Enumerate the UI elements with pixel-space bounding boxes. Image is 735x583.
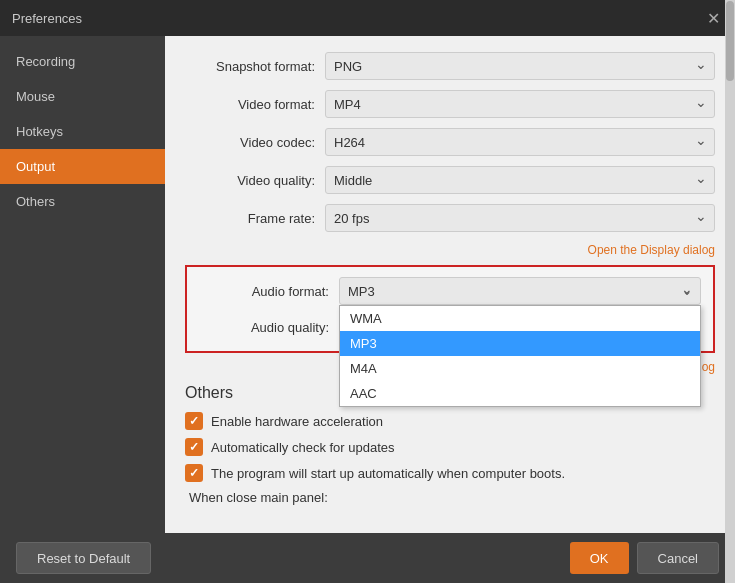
video-quality-label: Video quality: [185,173,315,188]
scrollbar-thumb[interactable] [726,36,734,81]
video-quality-row: Video quality: Middle Low High [185,166,715,194]
video-quality-select-wrapper: Middle Low High [325,166,715,194]
auto-start-label: The program will start up automatically … [211,466,565,481]
audio-option-mp3[interactable]: MP3 [340,331,700,356]
scrollbar[interactable] [725,36,735,533]
when-close-label: When close main panel: [189,490,328,505]
audio-option-wma[interactable]: WMA [340,306,700,331]
open-display-dialog-link[interactable]: Open the Display dialog [588,243,715,257]
footer: Reset to Default OK Cancel [0,533,735,583]
video-codec-select-wrapper: H264 H265 [325,128,715,156]
video-codec-row: Video codec: H264 H265 [185,128,715,156]
frame-rate-row: Frame rate: 20 fps 15 fps 30 fps 60 fps [185,204,715,232]
audio-format-value: MP3 [348,284,375,299]
video-format-select-wrapper: MP4 AVI MOV [325,90,715,118]
reset-to-default-button[interactable]: Reset to Default [16,542,151,574]
auto-start-row: The program will start up automatically … [185,464,715,482]
hardware-acceleration-row: Enable hardware acceleration [185,412,715,430]
audio-option-aac[interactable]: AAC [340,381,700,406]
chevron-down-icon: ⌄ [682,284,692,298]
auto-check-updates-label: Automatically check for updates [211,440,395,455]
main-content: Snapshot format: PNG JPG BMP Video forma… [165,36,735,533]
title-bar: Preferences ✕ [0,0,735,36]
audio-format-dropdown-list: WMA MP3 M4A AAC [339,305,701,407]
auto-start-checkbox[interactable] [185,464,203,482]
video-codec-label: Video codec: [185,135,315,150]
content-area: Recording Mouse Hotkeys Output Others Sn… [0,36,735,533]
video-codec-select[interactable]: H264 H265 [325,128,715,156]
sidebar-item-recording[interactable]: Recording [0,44,165,79]
audio-format-select-wrapper: MP3 ⌄ WMA MP3 M4A AAC [339,277,701,305]
snapshot-format-row: Snapshot format: PNG JPG BMP [185,52,715,80]
dialog-title: Preferences [12,11,82,26]
preferences-dialog: Preferences ✕ Recording Mouse Hotkeys Ou… [0,0,735,583]
ok-button[interactable]: OK [570,542,629,574]
snapshot-format-select-wrapper: PNG JPG BMP [325,52,715,80]
sidebar-item-output[interactable]: Output [0,149,165,184]
audio-format-row: Audio format: MP3 ⌄ WMA MP3 M4A AAC [199,277,701,305]
sidebar-item-others[interactable]: Others [0,184,165,219]
sidebar: Recording Mouse Hotkeys Output Others [0,36,165,533]
hardware-acceleration-checkbox[interactable] [185,412,203,430]
video-quality-select[interactable]: Middle Low High [325,166,715,194]
auto-check-updates-checkbox[interactable] [185,438,203,456]
frame-rate-label: Frame rate: [185,211,315,226]
audio-format-dropdown[interactable]: MP3 ⌄ [339,277,701,305]
audio-format-label: Audio format: [199,284,329,299]
footer-right-buttons: OK Cancel [570,542,719,574]
audio-quality-label: Audio quality: [199,320,329,335]
hardware-acceleration-label: Enable hardware acceleration [211,414,383,429]
video-format-row: Video format: MP4 AVI MOV [185,90,715,118]
frame-rate-select-wrapper: 20 fps 15 fps 30 fps 60 fps [325,204,715,232]
snapshot-format-label: Snapshot format: [185,59,315,74]
video-format-label: Video format: [185,97,315,112]
audio-section: Audio format: MP3 ⌄ WMA MP3 M4A AAC [185,265,715,353]
snapshot-format-select[interactable]: PNG JPG BMP [325,52,715,80]
audio-option-m4a[interactable]: M4A [340,356,700,381]
frame-rate-select[interactable]: 20 fps 15 fps 30 fps 60 fps [325,204,715,232]
sidebar-item-mouse[interactable]: Mouse [0,79,165,114]
close-button[interactable]: ✕ [703,8,723,28]
sidebar-item-hotkeys[interactable]: Hotkeys [0,114,165,149]
cancel-button[interactable]: Cancel [637,542,719,574]
video-format-select[interactable]: MP4 AVI MOV [325,90,715,118]
auto-check-updates-row: Automatically check for updates [185,438,715,456]
